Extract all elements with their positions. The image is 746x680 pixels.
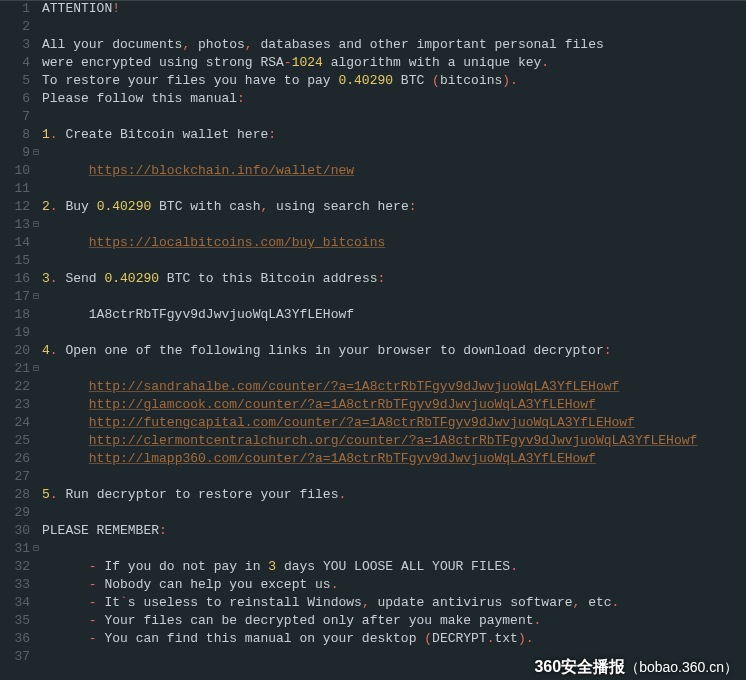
code-segment: s useless to reinstall Windows [128, 595, 362, 610]
code-segment: 2 [42, 199, 50, 214]
code-line[interactable] [42, 360, 746, 378]
code-line[interactable] [42, 18, 746, 36]
line-number: 4 [0, 54, 30, 72]
code-line[interactable]: http://clermontcentralchurch.org/counter… [42, 432, 746, 450]
link-text[interactable]: http://sandrahalbe.com/counter/?a=1A8ctr… [89, 379, 620, 394]
code-segment: If you do not pay in [97, 559, 269, 574]
code-line[interactable] [42, 468, 746, 486]
link-text[interactable]: http://glamcook.com/counter/?a=1A8ctrRbT… [89, 397, 596, 412]
fold-cell [30, 522, 42, 540]
code-segment: ! [112, 1, 120, 16]
code-line[interactable]: http://glamcook.com/counter/?a=1A8ctrRbT… [42, 396, 746, 414]
code-line[interactable]: http://lmapp360.com/counter/?a=1A8ctrRbT… [42, 450, 746, 468]
code-segment: - [89, 559, 97, 574]
code-segment: 3 [268, 559, 276, 574]
code-line[interactable]: - If you do not pay in 3 days YOU LOOSE … [42, 558, 746, 576]
code-line[interactable] [42, 252, 746, 270]
code-line[interactable]: ATTENTION! [42, 0, 746, 18]
line-number: 23 [0, 396, 30, 414]
watermark: 360安全播报（bobao.360.cn） [534, 658, 738, 676]
fold-cell [30, 486, 42, 504]
code-line[interactable] [42, 108, 746, 126]
code-segment: It [97, 595, 120, 610]
fold-cell [30, 576, 42, 594]
code-line[interactable] [42, 540, 746, 558]
line-number: 11 [0, 180, 30, 198]
code-line[interactable]: - Your files can be decrypted only after… [42, 612, 746, 630]
code-line[interactable]: 5. Run decryptor to restore your files. [42, 486, 746, 504]
fold-cell [30, 648, 42, 666]
code-editor: 1234567891011121314151617181920212223242… [0, 0, 746, 680]
code-line[interactable]: 1. Create Bitcoin wallet here: [42, 126, 746, 144]
code-line[interactable]: - You can find this manual on your deskt… [42, 630, 746, 648]
fold-cell [30, 252, 42, 270]
code-line[interactable]: 3. Send 0.40290 BTC to this Bitcoin addr… [42, 270, 746, 288]
code-line[interactable]: Please follow this manual: [42, 90, 746, 108]
link-text[interactable]: http://futengcapital.com/counter/?a=1A8c… [89, 415, 635, 430]
code-line[interactable]: All your documents, photos, databases an… [42, 36, 746, 54]
code-content[interactable]: ATTENTION!All your documents, photos, da… [42, 0, 746, 666]
fold-cell [30, 612, 42, 630]
code-segment: . [50, 487, 58, 502]
code-line[interactable]: https://blockchain.info/wallet/new [42, 162, 746, 180]
link-text[interactable]: https://localbitcoins.com/buy_bitcoins [89, 235, 385, 250]
fold-cell [30, 324, 42, 342]
code-segment: were encrypted using strong RSA [42, 55, 284, 70]
link-text[interactable]: http://lmapp360.com/counter/?a=1A8ctrRbT… [89, 451, 596, 466]
code-segment: 3 [42, 271, 50, 286]
code-segment [42, 577, 89, 592]
code-segment: 0.40290 [97, 199, 152, 214]
code-segment: ). [518, 631, 534, 646]
code-line[interactable] [42, 180, 746, 198]
code-line[interactable] [42, 144, 746, 162]
fold-toggle-icon[interactable]: ⊟ [30, 540, 42, 558]
line-number: 35 [0, 612, 30, 630]
fold-toggle-icon[interactable]: ⊟ [30, 144, 42, 162]
fold-toggle-icon[interactable]: ⊟ [30, 216, 42, 234]
code-line[interactable]: - It`s useless to reinstall Windows, upd… [42, 594, 746, 612]
fold-toggle-icon[interactable]: ⊟ [30, 288, 42, 306]
code-segment: days YOU LOOSE ALL YOUR FILES [276, 559, 510, 574]
code-segment [42, 451, 89, 466]
code-line[interactable] [42, 216, 746, 234]
code-segment [42, 613, 89, 628]
line-number: 13 [0, 216, 30, 234]
code-line[interactable] [42, 324, 746, 342]
code-segment: 0.40290 [338, 73, 393, 88]
line-number: 20 [0, 342, 30, 360]
code-segment: txt [495, 631, 518, 646]
code-segment: ( [424, 631, 432, 646]
code-segment: using search here [268, 199, 408, 214]
fold-cell [30, 72, 42, 90]
line-number: 15 [0, 252, 30, 270]
code-segment: . [487, 631, 495, 646]
line-number: 10 [0, 162, 30, 180]
code-line[interactable]: 1A8ctrRbTFgyv9dJwvjuoWqLA3YfLEHowf [42, 306, 746, 324]
code-segment: . [541, 55, 549, 70]
code-segment [42, 415, 89, 430]
code-line[interactable]: To restore your files you have to pay 0.… [42, 72, 746, 90]
code-line[interactable] [42, 504, 746, 522]
code-line[interactable]: http://futengcapital.com/counter/?a=1A8c… [42, 414, 746, 432]
fold-cell [30, 90, 42, 108]
line-number: 30 [0, 522, 30, 540]
code-line[interactable]: https://localbitcoins.com/buy_bitcoins [42, 234, 746, 252]
line-number: 21 [0, 360, 30, 378]
fold-cell [30, 450, 42, 468]
code-segment: - [89, 595, 97, 610]
code-segment: Create Bitcoin wallet here [58, 127, 269, 142]
code-segment: Run decryptor to restore your files [58, 487, 339, 502]
code-line[interactable]: were encrypted using strong RSA-1024 alg… [42, 54, 746, 72]
code-line[interactable]: http://sandrahalbe.com/counter/?a=1A8ctr… [42, 378, 746, 396]
link-text[interactable]: http://clermontcentralchurch.org/counter… [89, 433, 698, 448]
code-line[interactable] [42, 288, 746, 306]
code-segment: . [331, 577, 339, 592]
fold-toggle-icon[interactable]: ⊟ [30, 360, 42, 378]
code-line[interactable]: 2. Buy 0.40290 BTC with cash, using sear… [42, 198, 746, 216]
code-line[interactable]: 4. Open one of the following links in yo… [42, 342, 746, 360]
link-text[interactable]: https://blockchain.info/wallet/new [89, 163, 354, 178]
code-segment: 1 [42, 127, 50, 142]
code-line[interactable]: PLEASE REMEMBER: [42, 522, 746, 540]
code-segment: You can find this manual on your desktop [97, 631, 425, 646]
code-line[interactable]: - Nobody can help you except us. [42, 576, 746, 594]
